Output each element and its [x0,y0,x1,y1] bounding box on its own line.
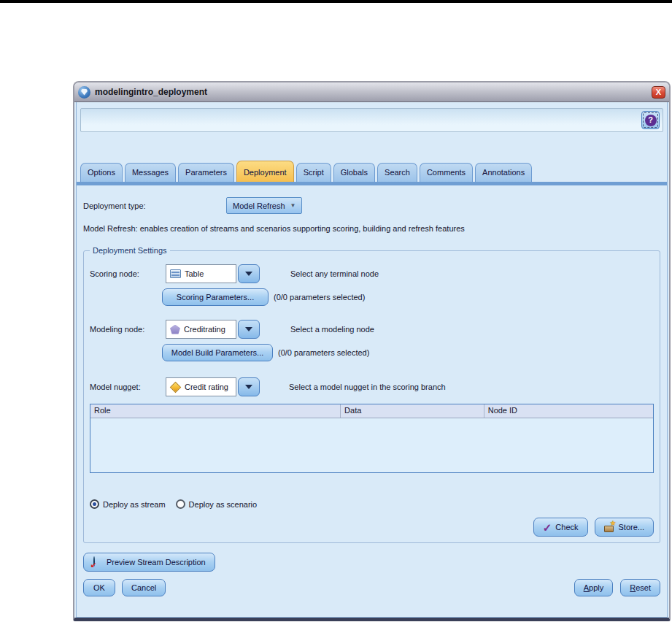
group-title: Deployment Settings [90,246,170,255]
radio-icon [90,499,99,509]
column-header-role[interactable]: Role [90,404,341,418]
check-icon: ✓ [543,522,552,533]
scoring-params-row: Scoring Parameters... (0/0 parameters se… [162,288,654,306]
radio-icon [176,499,185,509]
dialog-body: ? Options Messages Parameters Deployment… [76,102,668,618]
dialog-toolbar: ? [80,108,663,132]
tab-annotations[interactable]: Annotations [475,163,532,182]
tab-deployment[interactable]: Deployment [236,161,294,182]
role-table[interactable]: Role Data Node ID [90,404,654,473]
modeling-node-dropdown-button[interactable] [238,320,260,339]
deploy-as-stream-label: Deploy as stream [103,500,166,509]
model-nugget-label: Model nugget: [90,383,166,391]
modeling-node-icon [170,325,180,334]
dialog-footer: OK Cancel Apply Reset [83,579,660,596]
scoring-node-combo[interactable]: Table [166,264,260,283]
deployment-type-row: Deployment type: Model Refresh ▼ [83,197,660,214]
model-nugget-value: Credit rating [185,383,228,391]
window-title: modelingintro_deployment [95,87,207,97]
deployment-type-description: Model Refresh: enables creation of strea… [83,224,660,233]
modeling-node-value: Creditrating [184,325,225,334]
model-nugget-row: Model nugget: Credit rating Select a mod… [90,377,654,396]
deploy-as-scenario-label: Deploy as scenario [189,500,258,509]
scoring-parameters-button[interactable]: Scoring Parameters... [162,288,269,306]
store-box-icon: ★ [604,523,615,532]
scoring-node-field[interactable]: Table [166,264,236,283]
scoring-node-hint: Select any terminal node [290,269,379,278]
scoring-node-dropdown-button[interactable] [238,264,260,283]
modeling-node-row: Modeling node: Creditrating Select a mod… [90,320,654,339]
tab-globals[interactable]: Globals [333,163,375,182]
model-nugget-icon [170,381,182,393]
model-nugget-field[interactable]: Credit rating [166,377,236,396]
column-header-node-id[interactable]: Node ID [484,404,653,418]
cancel-button[interactable]: Cancel [122,579,166,596]
chevron-down-icon: ▼ [290,203,296,209]
store-button[interactable]: ★ Store... [595,518,654,537]
scoring-node-label: Scoring node: [90,269,166,278]
ok-button[interactable]: OK [83,579,115,596]
chevron-down-icon [245,385,252,389]
chevron-down-icon [245,272,252,276]
stream-properties-dialog: modelingintro_deployment X ? Options Mes… [73,81,671,621]
tab-bar: Options Messages Parameters Deployment S… [80,159,667,182]
deployment-panel: Deployment type: Model Refresh ▼ Model R… [77,185,667,596]
modeling-node-label: Modeling node: [90,325,166,334]
model-nugget-dropdown-button[interactable] [238,377,260,396]
help-icon: ? [645,115,657,126]
scoring-node-row: Scoring node: Table Select any terminal … [90,264,654,283]
model-build-parameters-button[interactable]: Model Build Parameters... [162,344,273,361]
deployment-type-value: Model Refresh [233,201,285,210]
check-button[interactable]: ✓ Check [533,518,588,537]
tab-strip [77,182,667,185]
reset-button[interactable]: Reset [620,579,660,596]
stream-gem-icon [78,86,90,99]
model-build-params-row: Model Build Parameters... (0/0 parameter… [162,344,654,361]
close-icon[interactable]: X [652,86,665,99]
table-node-icon [170,269,181,278]
column-header-data[interactable]: Data [341,404,484,418]
tab-parameters[interactable]: Parameters [178,163,234,182]
deploy-mode-radios: Deploy as stream Deploy as scenario [90,499,654,509]
role-table-header: Role Data Node ID [90,404,653,418]
model-build-params-status: (0/0 parameters selected) [278,348,369,357]
tab-comments[interactable]: Comments [420,163,473,182]
tab-options[interactable]: Options [80,163,123,182]
titlebar[interactable]: modelingintro_deployment X [74,82,669,102]
globe-icon: ↙ [93,557,103,567]
preview-row: ↙ Preview Stream Description [83,553,660,572]
apply-button[interactable]: Apply [574,579,614,596]
scoring-node-value: Table [185,269,204,278]
modeling-node-hint: Select a modeling node [290,325,374,334]
modeling-node-field[interactable]: Creditrating [166,320,236,339]
help-button[interactable]: ? [641,111,660,129]
page-top-rule [0,0,672,3]
deployment-settings-group: Deployment Settings Scoring node: Table … [83,250,660,543]
scoring-params-status: (0/0 parameters selected) [274,293,365,302]
tab-search[interactable]: Search [377,163,417,182]
modeling-node-combo[interactable]: Creditrating [166,320,260,339]
deployment-type-dropdown[interactable]: Model Refresh ▼ [226,197,302,214]
deploy-as-scenario-radio[interactable]: Deploy as scenario [176,499,258,509]
chevron-down-icon [245,327,252,331]
deploy-as-stream-radio[interactable]: Deploy as stream [90,499,166,509]
model-nugget-hint: Select a model nugget in the scoring bra… [289,383,446,391]
model-nugget-combo[interactable]: Credit rating [166,377,260,396]
deployment-type-label: Deployment type: [83,201,226,210]
group-buttons: ✓ Check ★ Store... [90,518,654,537]
preview-stream-description-button[interactable]: ↙ Preview Stream Description [83,553,215,572]
tab-messages[interactable]: Messages [125,163,176,182]
tab-script[interactable]: Script [296,163,331,182]
